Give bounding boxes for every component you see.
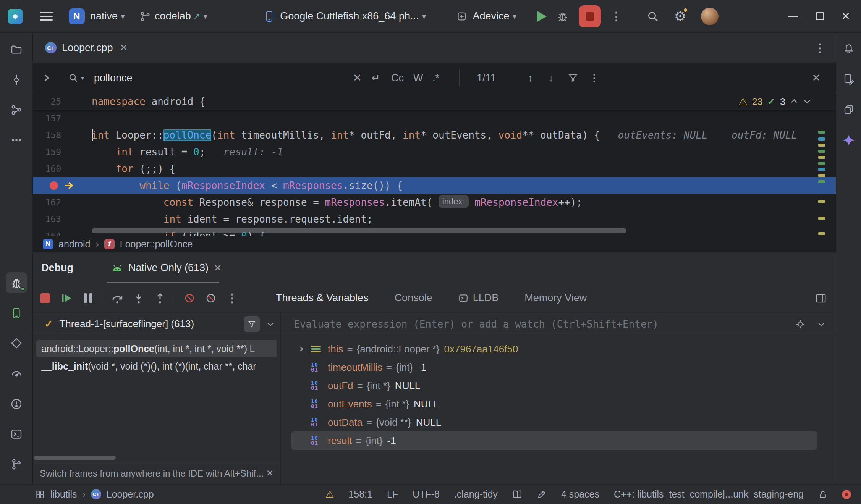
variable-row-outFd[interactable]: 1001outFd={int *}NULL bbox=[291, 376, 817, 395]
gutter-line-163[interactable]: 163 bbox=[33, 211, 61, 228]
add-to-watches-icon[interactable] bbox=[795, 319, 805, 329]
studio-labs-button[interactable] bbox=[838, 69, 859, 89]
gutter-line-162[interactable]: 162 bbox=[33, 194, 61, 211]
caret-position[interactable]: 158:1 bbox=[348, 489, 372, 500]
stack-frame[interactable]: __libc_init(void *, void (*)(), int (*)(… bbox=[36, 357, 277, 375]
horizontal-scrollbar[interactable] bbox=[92, 228, 626, 233]
code-text[interactable]: for (;;) { bbox=[61, 160, 175, 177]
hint-close-icon[interactable]: ✕ bbox=[266, 468, 274, 478]
expand-chevron-icon[interactable] bbox=[298, 346, 305, 352]
evaluate-dropdown-icon[interactable] bbox=[817, 320, 826, 329]
tab-memory-view[interactable]: Memory View bbox=[511, 292, 600, 304]
variable-row-timeoutMillis[interactable]: 1001timeoutMillis={int}-1 bbox=[291, 358, 817, 376]
device-manager-button[interactable] bbox=[838, 99, 859, 120]
step-into-button[interactable] bbox=[129, 289, 148, 307]
change-marker[interactable] bbox=[818, 174, 825, 177]
inspections-widget[interactable]: ⚠ 23 ✓ 3 bbox=[738, 95, 811, 107]
sidebar-item-version-control[interactable] bbox=[6, 454, 27, 475]
layout-settings-button[interactable] bbox=[815, 292, 827, 304]
sidebar-item-app-quality-insights[interactable] bbox=[6, 333, 27, 354]
match-case-toggle[interactable]: Cc bbox=[391, 72, 404, 84]
sidebar-item-structure[interactable] bbox=[6, 100, 27, 121]
tab-threads-variables[interactable]: Threads & Variables bbox=[263, 292, 382, 304]
mute-breakpoints-button[interactable] bbox=[180, 289, 199, 307]
user-avatar[interactable] bbox=[701, 8, 719, 25]
toolchain-setting[interactable]: C++: libutils_test_compile|...unk_stagin… bbox=[614, 489, 804, 500]
notifications-button[interactable] bbox=[838, 38, 859, 59]
variable-row-outEvents[interactable]: 1001outEvents={int *}NULL bbox=[291, 395, 817, 413]
device-selector[interactable]: Google Cuttlefish x86_64 ph... bbox=[280, 10, 419, 22]
close-find-icon[interactable]: ✕ bbox=[812, 72, 821, 84]
gutter-line-161[interactable] bbox=[33, 177, 61, 194]
gutter-line-159[interactable]: 159 bbox=[33, 144, 61, 160]
code-text[interactable]: const Response& response = mResponses.it… bbox=[61, 194, 582, 211]
frames-scrollbar[interactable] bbox=[34, 456, 116, 460]
gutter-line-164[interactable]: 164 bbox=[33, 228, 61, 236]
gutter-line-158[interactable]: 158 bbox=[33, 127, 61, 144]
run-button[interactable] bbox=[537, 11, 547, 22]
more-actions-icon[interactable]: ⋮ bbox=[611, 10, 622, 23]
sidebar-item-debug[interactable] bbox=[6, 272, 27, 293]
sidebar-item-terminal[interactable] bbox=[6, 423, 27, 444]
code-text[interactable]: int result = 0; result: -1 bbox=[61, 144, 283, 160]
lock-icon[interactable] bbox=[818, 489, 827, 499]
window-maximize-button[interactable] bbox=[816, 12, 824, 20]
debug-button[interactable] bbox=[557, 10, 569, 23]
gutter-line-160[interactable]: 160 bbox=[33, 160, 61, 177]
tab-console[interactable]: Console bbox=[382, 292, 445, 304]
search-input[interactable]: pollonce bbox=[94, 72, 133, 84]
analyzer-status[interactable]: .clang-tidy bbox=[454, 489, 498, 500]
breakpoint-icon[interactable] bbox=[50, 181, 58, 190]
line-separator[interactable]: LF bbox=[387, 489, 398, 500]
settings-button[interactable]: ⚙ bbox=[674, 8, 686, 24]
thread-filter-button[interactable] bbox=[244, 316, 260, 332]
file-encoding[interactable]: UTF-8 bbox=[413, 489, 440, 500]
change-marker[interactable] bbox=[818, 168, 825, 171]
editor-tab-looper-cpp[interactable]: C+ Looper.cpp ✕ bbox=[41, 33, 131, 63]
change-marker[interactable] bbox=[818, 232, 825, 235]
step-out-button[interactable] bbox=[151, 289, 169, 307]
indent-setting[interactable]: 4 spaces bbox=[561, 489, 599, 500]
project-selector[interactable]: native bbox=[90, 10, 118, 22]
sidebar-item-profiler[interactable] bbox=[6, 363, 27, 384]
thread-dropdown-icon[interactable] bbox=[266, 320, 275, 329]
stop-process-button[interactable] bbox=[36, 289, 54, 307]
change-marker[interactable] bbox=[818, 162, 825, 165]
variable-row-this[interactable]: this={android::Looper *}0x7967aa146f50 bbox=[291, 340, 817, 358]
expand-replace-icon[interactable] bbox=[42, 73, 51, 82]
step-over-button[interactable] bbox=[108, 289, 126, 307]
window-close-button[interactable]: ✕ bbox=[842, 10, 850, 23]
search-history-icon[interactable]: ▾ bbox=[68, 73, 84, 83]
window-minimize-button[interactable] bbox=[788, 16, 798, 17]
stack-frame[interactable]: android::Looper::pollOnce(int, int *, in… bbox=[36, 340, 277, 357]
prev-problem-icon[interactable] bbox=[790, 97, 798, 106]
tab-lldb[interactable]: LLDB bbox=[445, 292, 512, 304]
change-marker[interactable] bbox=[818, 150, 825, 153]
evaluate-input[interactable]: Evaluate expression (Enter) or add a wat… bbox=[294, 318, 659, 330]
next-match-icon[interactable]: ↓ bbox=[549, 72, 554, 84]
branch-selector[interactable]: codelab bbox=[155, 10, 191, 22]
change-marker[interactable] bbox=[818, 156, 825, 159]
gemini-button[interactable] bbox=[838, 130, 859, 150]
breadcrumb-namespace[interactable]: android bbox=[58, 239, 90, 250]
session-close-icon[interactable]: ✕ bbox=[214, 263, 222, 273]
evaluate-expression-row[interactable]: Evaluate expression (Enter) or add a wat… bbox=[281, 313, 836, 335]
debug-session-tab[interactable]: Native Only (613) ✕ bbox=[108, 252, 225, 283]
variable-row-result[interactable]: 1001result={int}-1 bbox=[291, 431, 817, 450]
next-problem-icon[interactable] bbox=[803, 97, 811, 106]
change-marker[interactable] bbox=[818, 200, 825, 203]
breadcrumb-method[interactable]: Looper::pollOnce bbox=[120, 239, 193, 250]
clear-search-icon[interactable]: ✕ bbox=[353, 72, 362, 84]
sidebar-item-running-devices[interactable] bbox=[6, 302, 27, 323]
previous-match-icon[interactable]: ↑ bbox=[528, 72, 533, 84]
debug-more-actions[interactable]: ⋮ bbox=[223, 289, 241, 307]
code-text[interactable]: int ident = response.request.ident; bbox=[61, 211, 373, 228]
error-indicator-icon[interactable] bbox=[842, 490, 851, 499]
newline-icon[interactable]: ↵ bbox=[371, 72, 380, 84]
highlight-level-icon[interactable] bbox=[537, 489, 547, 499]
code-text[interactable]: int Looper::pollOnce(int timeoutMillis, … bbox=[61, 127, 797, 144]
main-menu-icon[interactable] bbox=[40, 12, 53, 21]
regex-toggle[interactable]: .* bbox=[432, 72, 439, 84]
status-module[interactable]: libutils bbox=[50, 489, 77, 500]
status-warning-icon[interactable]: ⚠ bbox=[325, 489, 334, 500]
